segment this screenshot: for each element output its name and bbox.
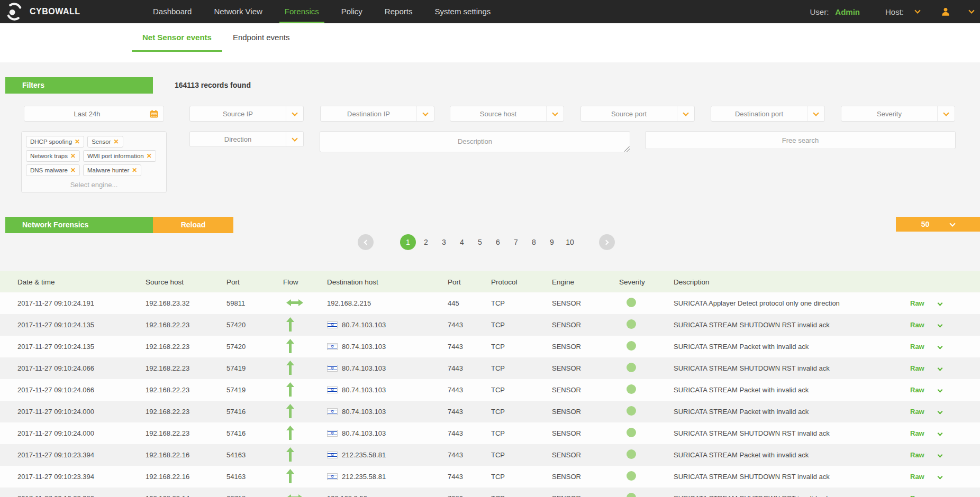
cell-destination-port: 7080 [448, 494, 491, 497]
engine-chip-wmi-port-information[interactable]: WMI port information✕ [83, 150, 156, 162]
page-1[interactable]: 1 [400, 234, 416, 250]
table-row: 2017-11-27 09:10:24.000 192.168.22.23 57… [0, 401, 980, 422]
calendar-icon[interactable] [150, 110, 158, 118]
engine-chip-dhcp-spoofing[interactable]: DHCP spoofing✕ [26, 136, 84, 148]
chip-remove-icon[interactable]: ✕ [147, 152, 152, 160]
destination-ip-dropdown[interactable]: Destination IP [320, 106, 434, 122]
row-expand-chevron-icon[interactable] [937, 301, 942, 306]
select-engine-placeholder[interactable]: Select engine... [26, 181, 162, 189]
description-input[interactable] [320, 131, 630, 152]
user-name[interactable]: Admin [835, 7, 860, 16]
cell-flow [283, 469, 327, 485]
page-6[interactable]: 6 [489, 238, 507, 246]
severity-caret[interactable] [937, 106, 955, 121]
chip-remove-icon[interactable]: ✕ [114, 138, 119, 145]
chip-remove-icon[interactable]: ✕ [70, 152, 76, 160]
source-ip-caret[interactable] [286, 106, 303, 121]
host-chevron-down-icon[interactable] [914, 7, 920, 13]
source-host-dropdown[interactable]: Source host [450, 106, 564, 122]
engine-chip-network-traps[interactable]: Network traps✕ [26, 150, 80, 162]
engine-chip-dns-malware[interactable]: DNS malware✕ [26, 164, 80, 176]
row-expand-chevron-icon[interactable] [937, 453, 942, 458]
raw-link[interactable]: Raw [910, 321, 924, 329]
raw-link[interactable]: Raw [910, 364, 924, 372]
cell-raw: Raw [910, 473, 980, 481]
nav-item-reports[interactable]: Reports [385, 0, 413, 23]
engine-chip-malware-hunter[interactable]: Malware hunter✕ [83, 164, 141, 176]
page-3[interactable]: 3 [435, 238, 453, 246]
chevron-down-icon [813, 110, 819, 116]
cell-engine: SENSOR [552, 451, 619, 459]
engine-chip-sensor[interactable]: Sensor✕ [87, 136, 123, 148]
direction-dropdown[interactable]: Direction [189, 131, 304, 147]
source-ip-dropdown[interactable]: Source IP [189, 106, 304, 122]
resize-handle-icon[interactable] [624, 146, 630, 152]
cell-source-port: 57416 [226, 429, 283, 437]
previous-page-button[interactable] [358, 234, 374, 250]
row-expand-chevron-icon[interactable] [937, 323, 942, 328]
page-size-dropdown[interactable]: 50 [896, 217, 980, 232]
nav-item-forensics[interactable]: Forensics [285, 0, 319, 23]
severity-dot-icon [627, 471, 636, 481]
cell-destination-host: ✡ 192.168.2.215 [327, 299, 448, 307]
raw-link[interactable]: Raw [910, 386, 924, 394]
nav-item-system-settings[interactable]: System settings [434, 0, 491, 23]
raw-link[interactable]: Raw [910, 299, 924, 307]
destination-host-text: 80.74.103.103 [342, 364, 386, 372]
raw-link[interactable]: Raw [910, 408, 924, 416]
user-label: User: [810, 7, 829, 16]
row-expand-chevron-icon[interactable] [937, 388, 942, 393]
tab-endpoint-events[interactable]: Endpoint events [222, 23, 301, 52]
raw-link[interactable]: Raw [910, 429, 924, 437]
nav-item-policy[interactable]: Policy [341, 0, 362, 23]
engine-filter-box[interactable]: DHCP spoofing✕Sensor✕Network traps✕WMI p… [21, 131, 167, 193]
destination-ip-caret[interactable] [416, 106, 434, 121]
row-expand-chevron-icon[interactable] [937, 474, 942, 480]
page-2[interactable]: 2 [417, 238, 435, 246]
destination-port-dropdown[interactable]: Destination port [711, 106, 825, 122]
next-page-button[interactable] [599, 234, 615, 250]
source-port-dropdown[interactable]: Source port [580, 106, 695, 122]
page-numbers: 12345678910 [399, 234, 579, 250]
page-9[interactable]: 9 [543, 238, 561, 246]
tab-net-sensor-events[interactable]: Net Sensor events [132, 23, 222, 52]
chip-remove-icon[interactable]: ✕ [70, 167, 76, 174]
free-search-input[interactable] [645, 131, 956, 149]
raw-link[interactable]: Raw [910, 494, 924, 497]
cell-description: SURICATA STREAM Packet with invalid ack [674, 386, 910, 394]
row-expand-chevron-icon[interactable] [937, 366, 942, 371]
date-range-picker[interactable]: Last 24h [24, 106, 164, 122]
row-expand-chevron-icon[interactable] [937, 344, 942, 349]
page-4[interactable]: 4 [453, 238, 471, 246]
severity-dot-icon [627, 428, 636, 437]
page-8[interactable]: 8 [525, 238, 543, 246]
cell-destination-port: 7443 [448, 386, 491, 394]
row-expand-chevron-icon[interactable] [937, 431, 942, 436]
chevron-down-icon [292, 110, 297, 116]
page-7[interactable]: 7 [507, 238, 525, 246]
raw-link[interactable]: Raw [910, 451, 924, 459]
reload-button[interactable]: Reload [153, 217, 233, 233]
source-host-caret[interactable] [546, 106, 564, 121]
page-10[interactable]: 10 [561, 238, 579, 246]
source-port-caret[interactable] [677, 106, 694, 121]
cell-source-port: 57420 [226, 343, 283, 351]
severity-dot-icon [627, 449, 636, 459]
row-expand-chevron-icon[interactable] [937, 409, 942, 415]
account-chevron-down-icon[interactable] [968, 7, 974, 13]
chip-remove-icon[interactable]: ✕ [75, 138, 80, 145]
nav-item-network-view[interactable]: Network View [214, 0, 262, 23]
severity-dropdown[interactable]: Severity [841, 106, 955, 122]
records-found: 164113 records found [175, 77, 251, 94]
page-5[interactable]: 5 [471, 238, 489, 246]
raw-link[interactable]: Raw [910, 473, 924, 481]
table-row: 2017-11-27 09:10:22.980 192.168.23.14 62… [0, 487, 980, 497]
raw-link[interactable]: Raw [910, 343, 924, 351]
flow-bidirectional-arrow-icon [286, 299, 303, 306]
direction-caret[interactable] [286, 132, 303, 146]
chip-remove-icon[interactable]: ✕ [132, 167, 137, 174]
destination-port-caret[interactable] [807, 106, 824, 121]
nav-item-dashboard[interactable]: Dashboard [153, 0, 192, 23]
user-account-icon[interactable] [941, 7, 950, 16]
cell-destination-host: ✡ 80.74.103.103 [327, 321, 448, 329]
